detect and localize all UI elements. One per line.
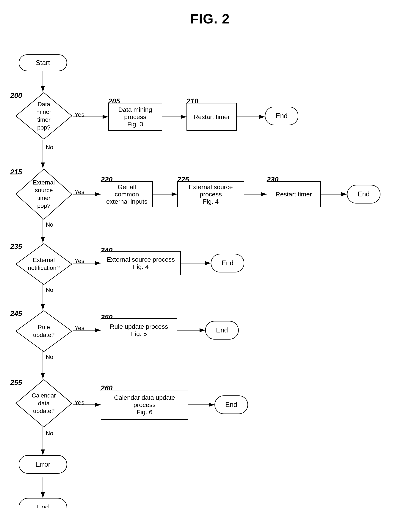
box-220: Get all common external inputs xyxy=(101,181,153,207)
no-label-235: No xyxy=(46,287,53,293)
box-250: Rule update process Fig. 5 xyxy=(101,318,177,342)
end-node-4: End xyxy=(205,321,239,339)
yes-label-200: Yes xyxy=(75,111,84,118)
end-node-1: End xyxy=(265,107,298,125)
end-node-3: End xyxy=(211,254,244,272)
error-node: Error xyxy=(19,455,67,474)
start-node: Start xyxy=(19,54,67,71)
box-260: Calendar data update process Fig. 6 xyxy=(101,390,188,420)
diamond-255: Calendar data update? xyxy=(15,379,73,428)
yes-label-245: Yes xyxy=(75,325,84,331)
box-230: Restart timer xyxy=(267,181,321,207)
yes-label-255: Yes xyxy=(75,399,84,406)
no-label-200: No xyxy=(46,144,53,151)
end-node-2: End xyxy=(347,185,381,204)
yes-label-215: Yes xyxy=(75,189,84,195)
page-title: FIG. 2 xyxy=(0,0,420,34)
diamond-235: External notification? xyxy=(15,243,73,286)
box-225: External source process Fig. 4 xyxy=(177,181,244,207)
box-210: Restart timer xyxy=(187,103,237,131)
diagram: Start 200 Data miner timer pop? Yes No 2… xyxy=(0,34,420,508)
no-label-215: No xyxy=(46,221,53,228)
no-label-255: No xyxy=(46,430,53,437)
end-node-6: End xyxy=(19,498,67,508)
end-node-5: End xyxy=(215,395,248,414)
diamond-215: External source timer pop? xyxy=(15,168,73,220)
diamond-245: Rule update? xyxy=(15,310,73,353)
box-240: External source process Fig. 4 xyxy=(101,251,181,275)
diamond-200: Data miner timer pop? xyxy=(15,92,73,140)
box-205: Data mining process Fig. 3 xyxy=(108,103,162,131)
no-label-245: No xyxy=(46,353,53,361)
yes-label-235: Yes xyxy=(75,258,84,265)
